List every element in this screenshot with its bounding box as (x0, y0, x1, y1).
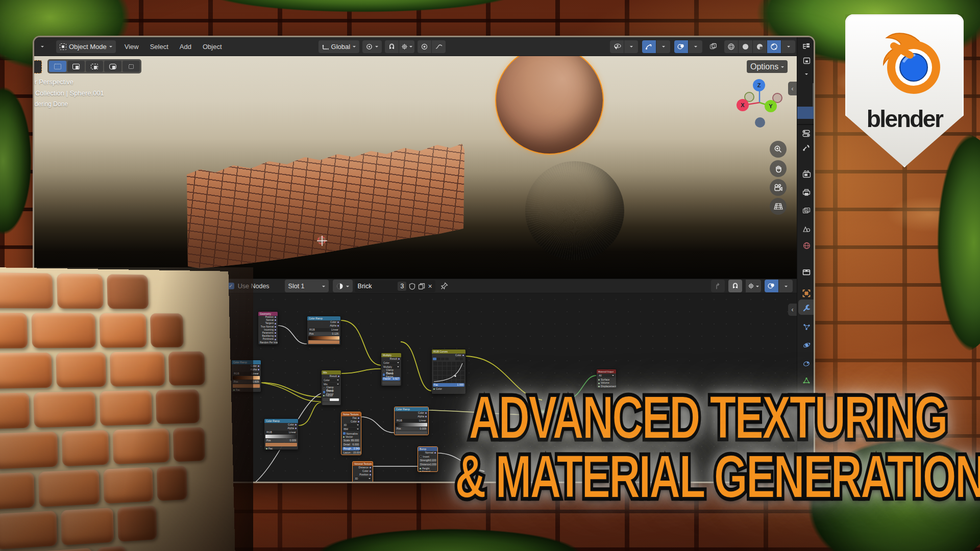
viewport-3d[interactable]: er Perspective ) Collection | Sphere.001… (34, 56, 797, 279)
snap-magnet-toggle[interactable] (385, 40, 399, 53)
pos-value[interactable]: 0.126 (332, 332, 338, 336)
tool-select-extend[interactable] (67, 61, 85, 72)
menu-item[interactable]: View (119, 43, 144, 51)
tool-select-intersect[interactable] (122, 61, 140, 72)
ramp-swatch[interactable] (308, 340, 339, 344)
unlink-material-icon[interactable]: × (428, 282, 432, 290)
mode-dropdown[interactable]: Object Mode (56, 40, 116, 53)
curve-editor[interactable] (433, 361, 464, 383)
pivot-dropdown[interactable] (362, 40, 382, 53)
zoom-button[interactable] (770, 141, 787, 158)
ramp-interp[interactable]: Linear (252, 372, 259, 375)
shading-solid-button[interactable] (739, 40, 752, 53)
ramp-swatch[interactable] (396, 431, 427, 435)
gizmo-x-axis[interactable]: X (737, 99, 749, 111)
xray-toggle[interactable] (674, 40, 688, 53)
tab-object[interactable] (801, 288, 812, 298)
show-gizmo-toggle[interactable] (610, 40, 624, 53)
ramp-mode[interactable]: RGB (397, 419, 402, 422)
proportional-falloff-dropdown[interactable] (432, 40, 446, 53)
node-geometry[interactable]: Geometry PositionNormalTangentTrue Norma… (258, 311, 278, 345)
outliner-collapse-chevron[interactable] (801, 69, 812, 79)
node-bump[interactable]: Bump Normal Invert Strength0.100 Distanc… (418, 446, 438, 472)
mix-type[interactable]: Color (383, 361, 389, 365)
node-noise-texture[interactable]: Noise Texture Fac Color 3D fBM Normalize… (341, 412, 361, 455)
shading-rendered-button[interactable] (767, 40, 781, 53)
tab-modifiers[interactable] (801, 303, 812, 313)
fac-value[interactable]: 1.000 (457, 383, 463, 387)
ramp-gradient[interactable] (308, 336, 339, 340)
menu-item[interactable]: Select (144, 43, 174, 51)
ramp-gradient[interactable] (396, 423, 427, 427)
material-name-field[interactable]: Brick 3 × (355, 280, 435, 292)
node-sidebar-tab[interactable]: ‹ (788, 304, 797, 316)
shading-material-button[interactable] (753, 40, 767, 53)
strength-value[interactable]: 0.100 (430, 459, 436, 462)
distance-value[interactable]: 1.000 (430, 463, 436, 466)
pos-value[interactable]: 0.009 (289, 439, 296, 442)
ramp-mode[interactable]: RGB (266, 431, 272, 434)
tool-select-invert[interactable] (104, 61, 121, 72)
ramp-gradient[interactable] (233, 376, 260, 380)
clamp-result-checkbox[interactable] (323, 387, 325, 390)
copy-material-icon[interactable] (418, 283, 425, 290)
outliner-selected-row[interactable] (797, 107, 815, 119)
invert-checkbox[interactable] (420, 455, 422, 458)
tab-constraints[interactable] (801, 358, 812, 368)
shading-wireframe-button[interactable] (724, 40, 738, 53)
input-b[interactable] (323, 402, 340, 406)
ramp-interp[interactable]: Linear (331, 328, 338, 332)
input-a[interactable] (382, 381, 400, 385)
menu-item[interactable]: Add (174, 43, 197, 51)
outliner-tree-icon[interactable] (801, 41, 812, 52)
ramp-interp[interactable]: Linear (419, 419, 426, 422)
input-a[interactable] (323, 398, 340, 402)
fake-user-shield-icon[interactable] (409, 283, 415, 290)
tab-physics[interactable] (801, 340, 812, 350)
xray-dropdown[interactable] (689, 40, 702, 53)
pos-value[interactable]: 0.609 (252, 380, 259, 384)
node-overlay-dropdown[interactable] (779, 280, 793, 292)
toggle-xray-button[interactable] (706, 40, 720, 53)
tab-tool[interactable] (801, 142, 812, 153)
snap-target-dropdown[interactable] (399, 40, 414, 53)
ramp-gradient[interactable] (265, 435, 297, 438)
clamp-factor-checkbox[interactable] (383, 373, 385, 376)
factor-value[interactable]: 0.927 (393, 377, 399, 381)
active-tool-cursor[interactable] (34, 60, 42, 73)
outliner-filter-icon[interactable] (801, 56, 812, 66)
node-overlay-toggle[interactable] (765, 280, 778, 292)
sidebar-tab[interactable]: ‹ (788, 82, 797, 95)
menu-item[interactable]: Object (197, 43, 228, 51)
lacunarity-value[interactable]: 15.000 (353, 451, 361, 455)
tool-select-subtract[interactable] (86, 61, 103, 72)
tab-view-layer[interactable] (801, 206, 812, 216)
node-multiply[interactable]: Multiply Result Color Multiply Clamp Res… (381, 353, 402, 386)
properties-toggles-icon[interactable] (801, 128, 812, 138)
node-color-ramp-1[interactable]: Color Ramp Color Alpha RGBLinear Pos0.12… (307, 316, 341, 345)
detail-value[interactable]: 6.000 (352, 443, 359, 446)
ramp-swatch[interactable] (233, 384, 260, 388)
editor-type-dropdown[interactable] (35, 40, 49, 53)
orientation-dropdown[interactable]: Global (318, 40, 360, 53)
brick-wall-model[interactable] (185, 138, 467, 269)
normalize-checkbox[interactable] (343, 432, 346, 435)
slot-dropdown[interactable]: Slot 1 (285, 280, 329, 292)
node-mix[interactable]: Mix Result Color Mix Clamp Result Clamp … (321, 370, 341, 406)
parent-tree-button[interactable] (711, 280, 725, 292)
mix-type[interactable]: Color (324, 379, 330, 382)
proportional-editing-toggle[interactable] (418, 40, 431, 53)
dimensions-dropdown[interactable]: 3D (344, 423, 347, 427)
node-color-ramp-4[interactable]: Color Ramp Color Alpha RGBLinear Pos0.00… (394, 407, 429, 435)
options-dropdown[interactable]: Options (747, 60, 788, 73)
pin-icon[interactable] (440, 282, 448, 290)
input-b[interactable] (382, 385, 400, 386)
sphere-concrete[interactable] (525, 161, 624, 260)
node-color-ramp-2[interactable]: Color Ramp Color Alpha RGBLinear Pos0.60… (231, 360, 261, 392)
node-snap-target-dropdown[interactable] (746, 280, 761, 292)
shading-dropdown[interactable] (781, 40, 795, 53)
noise-type-dropdown[interactable]: fBM (344, 428, 348, 431)
overlays-toggle[interactable] (642, 40, 656, 53)
overlays-dropdown[interactable] (656, 40, 670, 53)
node-snap-toggle[interactable] (728, 280, 742, 292)
